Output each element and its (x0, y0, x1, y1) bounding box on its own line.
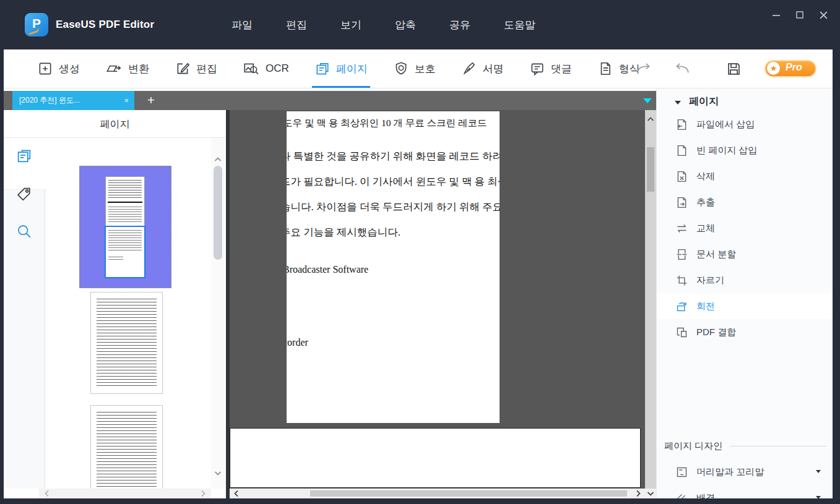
scrollbar-thumb[interactable] (310, 490, 627, 497)
pdf-page-current[interactable]: 도우 및 맥 용 최상위인 10 개 무료 스크린 레코드 나 특별한 것을 공… (287, 111, 500, 423)
minimize-button[interactable] (768, 6, 785, 23)
header-footer-icon (675, 466, 688, 479)
scroll-right-icon[interactable] (199, 489, 207, 498)
scroll-down-icon[interactable] (214, 469, 222, 477)
insert-blank-page-button[interactable]: 빈 페이지 삽입 (657, 137, 833, 163)
toolbar-protect-button[interactable]: 보호 (391, 49, 438, 88)
redo-button[interactable] (635, 61, 652, 77)
tab-list-caret-icon[interactable] (643, 98, 652, 103)
pages-icon (15, 147, 33, 164)
star-icon: ★ (767, 62, 780, 75)
pro-badge-button[interactable]: ★ Pro (764, 60, 816, 77)
thumbnail-page-3[interactable] (90, 405, 163, 498)
pdf-page-next[interactable] (230, 428, 641, 488)
toolbar-create-button[interactable]: 생성 (35, 49, 82, 88)
scroll-up-icon[interactable] (646, 115, 655, 124)
main-toolbar: 생성 변환 편집 OCR 페이지 보호 (4, 49, 833, 88)
menu-edit[interactable]: 편집 (285, 15, 308, 35)
delete-page-button[interactable]: 삭제 (657, 163, 833, 189)
scrollbar-thumb[interactable] (214, 166, 222, 260)
thumbnail-page-2[interactable] (90, 292, 163, 394)
new-tab-button[interactable]: + (141, 91, 161, 110)
tag-icon (15, 186, 33, 203)
convert-icon (105, 61, 123, 77)
pages-icon (314, 61, 331, 77)
scroll-down-icon[interactable] (646, 489, 655, 498)
menu-file[interactable]: 파일 (230, 15, 254, 35)
document-view: 도우 및 맥 용 최상위인 10 개 무료 스크린 레코드 나 특별한 것을 공… (230, 110, 656, 498)
window-edge-right (833, 49, 840, 504)
extract-page-button[interactable]: 추출 (657, 189, 833, 215)
page-tools-panel: 페이지 파일에서 삽입 빈 페이지 삽입 삭제 추출 교체 (656, 88, 833, 498)
scroll-left-icon[interactable] (232, 489, 241, 498)
scroll-up-icon[interactable] (214, 155, 222, 164)
page-tools-header[interactable]: 페이지 (657, 93, 833, 112)
thumbnail-page-1-selected[interactable] (79, 166, 171, 288)
menu-help[interactable]: 도움말 (503, 15, 537, 35)
tab-close-icon[interactable]: × (124, 91, 129, 110)
scroll-right-icon[interactable] (634, 489, 643, 498)
rotate-page-button[interactable]: 회전 (657, 293, 833, 319)
menu-compress[interactable]: 압축 (394, 15, 417, 35)
search-tab-button[interactable] (15, 223, 33, 240)
thumbnail-list (46, 138, 211, 489)
app-title: EaseUS PDF Editor (56, 0, 154, 49)
menu-view[interactable]: 보기 (339, 15, 363, 35)
page-design-section-header: 페이지 디자인 (664, 436, 826, 456)
delete-page-icon (675, 170, 688, 183)
pdf-text-recorder: corder (287, 337, 308, 348)
document-tab[interactable]: [2020 추천] 윈도... × (12, 91, 134, 110)
extract-page-icon (675, 196, 688, 209)
document-tabbar: [2020 추천] 윈도... × + (4, 91, 656, 110)
save-icon (725, 61, 742, 77)
tab-title: [2020 추천] 윈도... (19, 96, 80, 105)
document-vertical-scrollbar[interactable] (645, 110, 656, 489)
sign-icon (461, 61, 477, 77)
pdf-paragraph: 나 특별한 것을 공유하기 위해 화면을 레코드 하려는 경 드가 필요합니다.… (287, 143, 500, 245)
format-icon (597, 61, 613, 77)
edit-icon (175, 61, 191, 77)
page-tools-list: 파일에서 삽입 빈 페이지 삽입 삭제 추출 교체 문서 분할 (657, 111, 833, 345)
split-document-button[interactable]: 문서 분할 (657, 241, 833, 267)
redo-icon (635, 61, 652, 77)
maximize-button[interactable] (791, 6, 808, 23)
menubar: 파일 편집 보기 압축 공유 도움말 (230, 0, 537, 49)
replace-page-button[interactable]: 교체 (657, 215, 833, 241)
thumbnails-panel-title: 페이지 (4, 110, 226, 138)
window-edge-bottom (0, 498, 840, 504)
insert-from-file-button[interactable]: 파일에서 삽입 (657, 111, 833, 137)
toolbar-convert-button[interactable]: 변환 (103, 49, 152, 88)
protect-icon (393, 61, 409, 77)
blank-page-icon (675, 144, 688, 157)
scrollbar-thumb[interactable] (647, 147, 654, 192)
toolbar-edit-button[interactable]: 편집 (172, 49, 220, 88)
scroll-left-icon[interactable] (43, 489, 51, 498)
window-controls (768, 6, 832, 23)
insert-from-file-icon (675, 118, 688, 131)
thumbnails-horizontal-scrollbar[interactable] (39, 489, 211, 498)
pdf-text-broadcaster: Broadcaster Software (287, 264, 368, 275)
menu-share[interactable]: 공유 (448, 15, 472, 35)
header-footer-button[interactable]: 머리말과 꼬리말 (657, 459, 833, 485)
sidebar-icon-rail (4, 138, 45, 489)
crop-page-button[interactable]: 자르기 (657, 267, 833, 293)
save-button[interactable] (725, 61, 742, 77)
merge-pdf-button[interactable]: PDF 결합 (657, 319, 833, 345)
toolbar-comment-button[interactable]: 댓글 (527, 49, 574, 88)
undo-button[interactable] (673, 61, 691, 77)
toolbar-ocr-button[interactable]: OCR (240, 49, 292, 88)
tags-tab-button[interactable] (15, 186, 33, 203)
replace-icon (675, 222, 688, 235)
scrollbar-corner[interactable] (645, 489, 656, 498)
document-horizontal-scrollbar[interactable] (230, 489, 645, 498)
toolbar-page-button[interactable]: 페이지 (312, 49, 370, 88)
pages-tab-button[interactable] (15, 147, 33, 164)
easeus-pdf-editor-window: P EaseUS PDF Editor 파일 편집 보기 압축 공유 도움말 (0, 0, 840, 504)
search-icon (15, 223, 33, 240)
merge-pdf-icon (675, 326, 688, 339)
crop-icon (675, 274, 688, 287)
toolbar-sign-button[interactable]: 서명 (459, 49, 506, 88)
thumbnails-vertical-scrollbar[interactable] (211, 138, 225, 489)
close-button[interactable] (815, 6, 832, 23)
split-document-icon (675, 248, 688, 261)
